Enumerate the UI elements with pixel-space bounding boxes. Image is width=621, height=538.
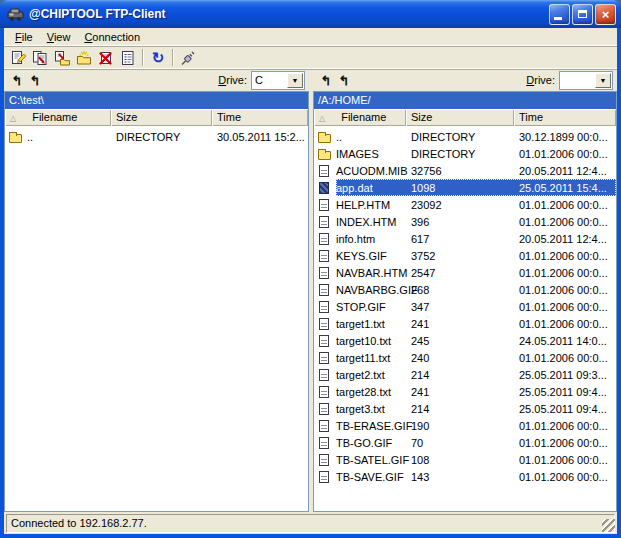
remote-header-size[interactable]: Size [406, 109, 514, 126]
maximize-button[interactable] [572, 4, 593, 25]
file-row[interactable]: TB-ERASE.GIF 190 01.01.2006 00:0... [314, 417, 616, 434]
file-type-icon [319, 420, 329, 432]
file-type-icon [318, 134, 331, 143]
file-time: 01.01.2006 00:0... [514, 199, 616, 211]
sort-ascending-icon: △ [319, 114, 325, 123]
file-row[interactable]: NAVBAR.HTM 2547 01.01.2006 00:0... [314, 264, 616, 281]
new-folder-icon [76, 50, 92, 66]
file-time: 01.01.2006 00:0... [514, 216, 616, 228]
remote-up-button[interactable]: ↰ [335, 74, 353, 87]
file-row[interactable]: NAVBARBG.GIF 268 01.01.2006 00:0... [314, 281, 616, 298]
menu-connection[interactable]: Connection [77, 29, 147, 45]
connect-button[interactable] [177, 48, 199, 68]
remote-up-root-button[interactable]: ↰ [317, 74, 335, 87]
minimize-button[interactable] [549, 4, 570, 25]
file-name: target1.txt [336, 318, 406, 330]
chevron-down-icon[interactable]: ▼ [595, 73, 611, 88]
file-row[interactable]: TB-GO.GIF 70 01.01.2006 00:0... [314, 434, 616, 451]
local-file-list: .. DIRECTORY 30.05.2011 15:2... [5, 126, 308, 511]
file-row[interactable]: target1.txt 241 01.01.2006 00:0... [314, 315, 616, 332]
remote-header-time[interactable]: Time [514, 109, 616, 126]
file-row[interactable]: TB-SATEL.GIF 108 01.01.2006 00:0... [314, 451, 616, 468]
file-name: TB-SATEL.GIF [336, 454, 406, 466]
file-row[interactable]: ACUODM.MIB 32756 20.05.2011 12:4... [314, 162, 616, 179]
local-header-size[interactable]: Size [111, 109, 212, 126]
file-time: 01.01.2006 00:0... [514, 148, 616, 160]
file-type-icon [319, 284, 329, 296]
resize-grip-icon[interactable] [602, 519, 615, 532]
local-header-time[interactable]: Time [212, 109, 308, 126]
refresh-icon: ↻ [152, 50, 165, 65]
file-row[interactable]: target10.txt 245 24.05.2011 14:0... [314, 332, 616, 349]
file-time: 01.01.2006 00:0... [514, 352, 616, 364]
file-type-icon [319, 369, 329, 381]
rename-button[interactable] [7, 48, 29, 68]
menu-file[interactable]: File [8, 29, 40, 45]
toolbar-separator [172, 49, 174, 66]
file-size: 240 [406, 352, 514, 364]
menu-view[interactable]: View [40, 29, 78, 45]
sort-ascending-icon: △ [10, 114, 16, 123]
file-row[interactable]: IMAGES DIRECTORY 01.01.2006 00:0... [314, 145, 616, 162]
file-row[interactable]: info.htm 617 20.05.2011 12:4... [314, 230, 616, 247]
file-time: 01.01.2006 00:0... [514, 454, 616, 466]
file-row[interactable]: target28.txt 241 25.05.2011 09:4... [314, 383, 616, 400]
file-time: 01.01.2006 00:0... [514, 250, 616, 262]
file-name: NAVBARBG.GIF [336, 284, 406, 296]
file-time: 01.01.2006 00:0... [514, 318, 616, 330]
file-type-icon [319, 165, 329, 177]
move-button[interactable] [51, 48, 73, 68]
file-row[interactable]: TB-SAVE.GIF 143 01.01.2006 00:0... [314, 468, 616, 485]
file-type-icon [319, 437, 329, 449]
delete-button[interactable] [95, 48, 117, 68]
titlebar[interactable]: @CHIPTOOL FTP-Client × [0, 0, 621, 28]
refresh-button[interactable]: ↻ [147, 48, 169, 68]
close-button[interactable]: × [595, 4, 616, 25]
file-time: 30.12.1899 00:0... [514, 131, 616, 143]
file-row[interactable]: target3.txt 214 25.05.2011 09:4... [314, 400, 616, 417]
local-up-root-button[interactable]: ↰ [8, 74, 26, 87]
file-size: DIRECTORY [111, 131, 212, 143]
file-list-icon [120, 50, 136, 66]
toolbar: ↻ [4, 46, 617, 69]
local-up-button[interactable]: ↰ [26, 74, 44, 87]
file-size: 2547 [406, 267, 514, 279]
local-header-filename[interactable]: △Filename [5, 109, 111, 126]
list-button[interactable] [117, 48, 139, 68]
remote-column-headers: △Filename Size Time [314, 109, 616, 126]
toolbar-separator [142, 49, 144, 66]
file-row[interactable]: app.dat 1098 25.05.2011 15:4... [314, 179, 616, 196]
file-row[interactable]: HELP.HTM 23092 01.01.2006 00:0... [314, 196, 616, 213]
file-type-icon [318, 151, 331, 160]
chevron-down-icon[interactable]: ▼ [287, 73, 303, 88]
file-row[interactable]: INDEX.HTM 396 01.01.2006 00:0... [314, 213, 616, 230]
file-time: 25.05.2011 15:4... [514, 182, 616, 194]
file-row[interactable]: .. DIRECTORY 30.05.2011 15:2... [5, 128, 308, 145]
content-area: ↰ ↰ Drive: C ▼ C:\test\ △Filename Size [4, 69, 617, 512]
maximize-icon [578, 10, 587, 18]
file-size: 143 [406, 471, 514, 483]
file-row[interactable]: STOP.GIF 347 01.01.2006 00:0... [314, 298, 616, 315]
window-body: File View Connection [4, 28, 617, 534]
file-size: 23092 [406, 199, 514, 211]
file-row[interactable]: target2.txt 214 25.05.2011 09:3... [314, 366, 616, 383]
connect-plug-icon [180, 50, 196, 66]
local-drive-select[interactable]: C ▼ [251, 71, 305, 90]
file-type-icon [319, 335, 329, 347]
file-time: 01.01.2006 00:0... [514, 301, 616, 313]
file-row[interactable]: .. DIRECTORY 30.12.1899 00:0... [314, 128, 616, 145]
file-name: KEYS.GIF [336, 250, 406, 262]
menubar: File View Connection [4, 28, 617, 46]
remote-drive-select[interactable]: ▼ [559, 71, 613, 90]
copy-icon [32, 50, 48, 66]
file-time: 20.05.2011 12:4... [514, 165, 616, 177]
local-drive-label: Drive: [218, 74, 247, 86]
app-icon [7, 6, 25, 22]
file-size: 1098 [406, 182, 514, 194]
new-folder-button[interactable] [73, 48, 95, 68]
remote-header-filename[interactable]: △Filename [314, 109, 406, 126]
file-size: 396 [406, 216, 514, 228]
file-row[interactable]: KEYS.GIF 3752 01.01.2006 00:0... [314, 247, 616, 264]
file-row[interactable]: target11.txt 240 01.01.2006 00:0... [314, 349, 616, 366]
copy-button[interactable] [29, 48, 51, 68]
